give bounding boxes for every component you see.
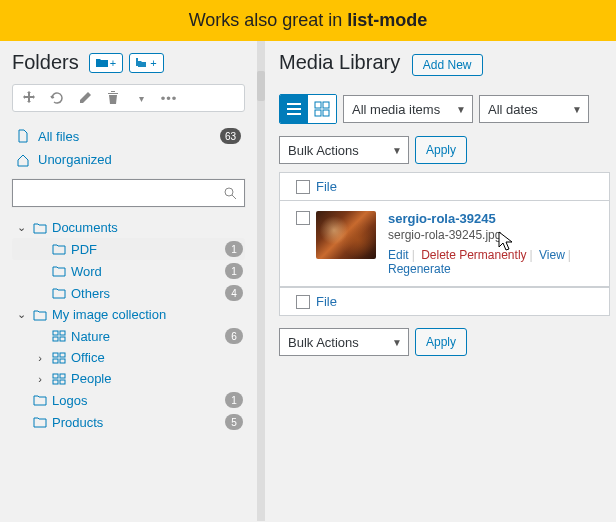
caret-down-icon[interactable]: ⌄ [14,221,28,234]
select-all-checkbox[interactable] [296,180,310,194]
all-files-link[interactable]: All files 63 [12,124,245,148]
new-folder-button[interactable]: + [89,53,123,73]
table-header: File [280,173,609,201]
gallery-icon [52,351,66,365]
chevron-down-icon[interactable]: ▾ [133,90,149,106]
tree-nature[interactable]: Nature 6 [12,325,245,347]
banner-bold: list-mode [347,10,427,30]
add-new-button[interactable]: Add New [412,54,483,76]
svg-rect-13 [315,102,321,108]
search-input[interactable] [13,180,216,206]
svg-point-0 [225,188,233,196]
svg-rect-9 [53,374,58,378]
edit-icon[interactable] [77,90,93,106]
unorganized-link[interactable]: Unorganized [12,148,245,171]
folder-icon [96,58,108,68]
svg-rect-8 [60,359,65,363]
tree-label: People [71,371,111,386]
folder-search[interactable] [12,179,245,207]
unorganized-label: Unorganized [38,152,112,167]
filter-type-select[interactable]: All media items [343,95,473,123]
col-file-bottom[interactable]: File [316,294,337,309]
tree-people[interactable]: › People [12,368,245,389]
tree-label: Others [71,286,110,301]
svg-rect-3 [53,337,58,341]
tree-count: 6 [225,328,243,344]
svg-rect-16 [323,110,329,116]
svg-rect-7 [53,359,58,363]
svg-rect-15 [315,110,321,116]
list-view-button[interactable] [280,95,308,123]
table-row[interactable]: sergio-rola-39245 sergio-rola-39245.jpg … [280,201,609,287]
refresh-icon[interactable] [49,90,65,106]
folder-icon [33,221,47,235]
media-table: File sergio-rola-39245 sergio-rola-39245… [279,172,610,316]
folder-icon [52,242,66,256]
bulk-actions-select-bottom[interactable]: Bulk Actions [279,328,409,356]
delete-link[interactable]: Delete Permanently [421,248,526,262]
view-link[interactable]: View [539,248,565,262]
tree-word[interactable]: Word 1 [12,260,245,282]
folder-icon [33,393,47,407]
tree-count: 4 [225,285,243,301]
all-files-count: 63 [220,128,241,144]
file-name: sergio-rola-39245.jpg [388,228,599,242]
home-icon [16,153,30,167]
apply-button-bottom[interactable]: Apply [415,328,467,356]
svg-rect-11 [53,380,58,384]
tree-label: Word [71,264,102,279]
bulk-actions-select[interactable]: Bulk Actions [279,136,409,164]
tree-my-image-collection[interactable]: ⌄ My image collection [12,304,245,325]
tree-others[interactable]: Others 4 [12,282,245,304]
subfolder-icon [136,58,148,68]
svg-rect-4 [60,337,65,341]
regenerate-link[interactable]: Regenerate [388,262,451,276]
tree-documents[interactable]: ⌄ Documents [12,217,245,238]
folder-tree: ⌄ Documents PDF 1 Word 1 Others 4 [12,217,245,433]
tree-label: Products [52,415,103,430]
tree-logos[interactable]: Logos 1 [12,389,245,411]
svg-rect-12 [60,380,65,384]
plus-label: + [110,57,116,69]
media-title: Media Library [279,51,400,74]
tree-label: Office [71,350,105,365]
promo-banner: Works also great in list-mode [0,0,616,41]
folder-toolbar: ▾ ••• [12,84,245,112]
file-title[interactable]: sergio-rola-39245 [388,211,599,226]
view-toggle [279,94,337,124]
tree-products[interactable]: Products 5 [12,411,245,433]
tree-office[interactable]: › Office [12,347,245,368]
move-icon[interactable] [21,90,37,106]
grid-view-button[interactable] [308,95,336,123]
search-icon [216,180,244,206]
resize-handle[interactable] [257,71,265,101]
tree-count: 5 [225,414,243,430]
tree-label: Documents [52,220,118,235]
caret-down-icon[interactable]: ⌄ [14,308,28,321]
caret-right-icon[interactable]: › [33,373,47,385]
more-icon[interactable]: ••• [161,90,177,106]
tree-pdf[interactable]: PDF 1 [12,238,245,260]
all-files-label: All files [38,129,79,144]
folders-title: Folders [12,51,79,74]
trash-icon[interactable] [105,90,121,106]
col-file[interactable]: File [316,179,337,194]
svg-rect-1 [53,331,58,335]
filter-date-select[interactable]: All dates [479,95,589,123]
select-all-checkbox-bottom[interactable] [296,295,310,309]
gallery-icon [52,372,66,386]
thumbnail[interactable] [316,211,376,259]
folder-icon [33,415,47,429]
tree-count: 1 [225,241,243,257]
media-library-panel: Media Library Add New All media items Al… [265,41,616,521]
folders-sidebar: Folders + + ▾ ••• All files 63 [0,41,265,521]
apply-button-top[interactable]: Apply [415,136,467,164]
row-checkbox[interactable] [296,211,310,225]
new-subfolder-button[interactable]: + [129,53,163,73]
caret-right-icon[interactable]: › [33,352,47,364]
svg-rect-2 [60,331,65,335]
edit-link[interactable]: Edit [388,248,409,262]
tree-label: PDF [71,242,97,257]
folder-icon [33,308,47,322]
table-footer: File [280,287,609,315]
